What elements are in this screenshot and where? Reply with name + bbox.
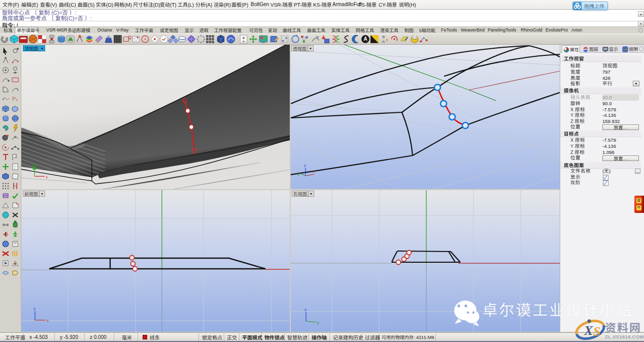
svg-text:S: S (593, 324, 600, 339)
svg-text:ZL.XS1616.COM: ZL.XS1616.COM (605, 334, 644, 339)
svg-text:X: X (584, 323, 593, 338)
